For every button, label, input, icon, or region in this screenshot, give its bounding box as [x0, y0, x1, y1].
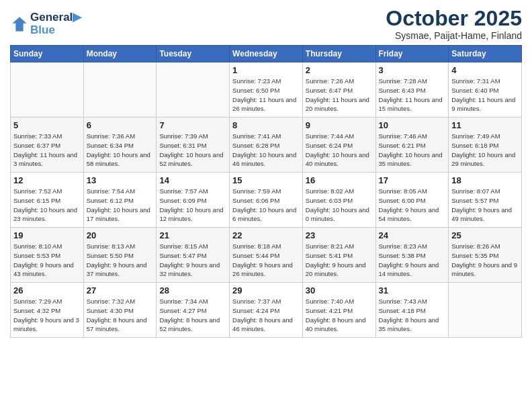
day-number: 4	[451, 65, 519, 75]
day-number: 2	[306, 65, 373, 75]
day-info: Sunrise: 7:49 AM Sunset: 6:18 PM Dayligh…	[451, 132, 519, 169]
day-info: Sunrise: 7:31 AM Sunset: 6:40 PM Dayligh…	[451, 77, 519, 113]
calendar-cell: 30Sunrise: 7:40 AM Sunset: 4:21 PM Dayli…	[302, 283, 375, 338]
calendar-cell: 8Sunrise: 7:41 AM Sunset: 6:28 PM Daylig…	[230, 118, 303, 173]
day-number: 18	[451, 175, 519, 185]
day-number: 11	[451, 120, 519, 130]
day-number: 23	[306, 230, 373, 240]
calendar-cell: 10Sunrise: 7:46 AM Sunset: 6:21 PM Dayli…	[375, 118, 449, 173]
calendar-cell: 6Sunrise: 7:36 AM Sunset: 6:34 PM Daylig…	[83, 118, 157, 173]
day-info: Sunrise: 7:33 AM Sunset: 6:37 PM Dayligh…	[13, 132, 81, 169]
calendar-cell: 31Sunrise: 7:43 AM Sunset: 4:18 PM Dayli…	[375, 283, 449, 338]
day-info: Sunrise: 8:13 AM Sunset: 5:50 PM Dayligh…	[87, 242, 154, 279]
calendar-week-row: 5Sunrise: 7:33 AM Sunset: 6:37 PM Daylig…	[11, 118, 522, 173]
day-info: Sunrise: 8:21 AM Sunset: 5:41 PM Dayligh…	[306, 242, 373, 279]
day-info: Sunrise: 7:37 AM Sunset: 4:24 PM Dayligh…	[232, 297, 300, 334]
calendar-week-row: 19Sunrise: 8:10 AM Sunset: 5:53 PM Dayli…	[11, 228, 522, 283]
day-number: 31	[379, 285, 446, 295]
day-number: 15	[232, 175, 300, 185]
day-number: 17	[379, 175, 446, 185]
day-info: Sunrise: 8:02 AM Sunset: 6:03 PM Dayligh…	[306, 187, 373, 224]
day-number: 10	[379, 120, 446, 130]
day-info: Sunrise: 7:59 AM Sunset: 6:06 PM Dayligh…	[232, 187, 300, 224]
day-info: Sunrise: 7:40 AM Sunset: 4:21 PM Dayligh…	[306, 297, 373, 334]
day-number: 7	[159, 120, 226, 130]
calendar-cell: 14Sunrise: 7:57 AM Sunset: 6:09 PM Dayli…	[157, 173, 230, 228]
weekday-header-row: SundayMondayTuesdayWednesdayThursdayFrid…	[11, 46, 522, 62]
day-number: 16	[306, 175, 373, 185]
day-info: Sunrise: 7:44 AM Sunset: 6:24 PM Dayligh…	[306, 132, 373, 169]
calendar-cell: 23Sunrise: 8:21 AM Sunset: 5:41 PM Dayli…	[302, 228, 375, 283]
day-number: 1	[232, 65, 300, 75]
calendar-cell: 12Sunrise: 7:52 AM Sunset: 6:15 PM Dayli…	[11, 173, 84, 228]
day-info: Sunrise: 7:46 AM Sunset: 6:21 PM Dayligh…	[379, 132, 446, 169]
calendar-cell: 7Sunrise: 7:39 AM Sunset: 6:31 PM Daylig…	[157, 118, 230, 173]
calendar-table: SundayMondayTuesdayWednesdayThursdayFrid…	[10, 45, 522, 338]
logo: General▶ Blue	[10, 11, 81, 36]
day-number: 25	[451, 230, 519, 240]
day-info: Sunrise: 8:26 AM Sunset: 5:35 PM Dayligh…	[451, 242, 519, 279]
day-number: 19	[13, 230, 81, 240]
calendar-cell	[83, 62, 157, 118]
day-info: Sunrise: 8:10 AM Sunset: 5:53 PM Dayligh…	[13, 242, 81, 279]
calendar-body: 1Sunrise: 7:23 AM Sunset: 6:50 PM Daylig…	[11, 62, 522, 338]
calendar-cell: 18Sunrise: 8:07 AM Sunset: 5:57 PM Dayli…	[449, 173, 522, 228]
calendar-cell: 27Sunrise: 7:32 AM Sunset: 4:30 PM Dayli…	[83, 283, 157, 338]
day-number: 28	[159, 285, 226, 295]
calendar-week-row: 1Sunrise: 7:23 AM Sunset: 6:50 PM Daylig…	[11, 62, 522, 118]
day-number: 27	[87, 285, 154, 295]
day-info: Sunrise: 7:41 AM Sunset: 6:28 PM Dayligh…	[232, 132, 300, 169]
day-number: 9	[306, 120, 373, 130]
calendar-cell: 24Sunrise: 8:23 AM Sunset: 5:38 PM Dayli…	[375, 228, 449, 283]
day-info: Sunrise: 8:18 AM Sunset: 5:44 PM Dayligh…	[232, 242, 300, 279]
calendar-cell	[11, 62, 84, 118]
day-number: 24	[379, 230, 446, 240]
day-info: Sunrise: 8:23 AM Sunset: 5:38 PM Dayligh…	[379, 242, 446, 279]
day-info: Sunrise: 7:43 AM Sunset: 4:18 PM Dayligh…	[379, 297, 446, 334]
calendar-cell: 19Sunrise: 8:10 AM Sunset: 5:53 PM Dayli…	[11, 228, 84, 283]
day-info: Sunrise: 7:32 AM Sunset: 4:30 PM Dayligh…	[87, 297, 154, 334]
day-info: Sunrise: 7:57 AM Sunset: 6:09 PM Dayligh…	[159, 187, 226, 224]
day-info: Sunrise: 7:26 AM Sunset: 6:47 PM Dayligh…	[306, 77, 373, 113]
calendar-cell: 29Sunrise: 7:37 AM Sunset: 4:24 PM Dayli…	[230, 283, 303, 338]
day-number: 30	[306, 285, 373, 295]
day-info: Sunrise: 7:52 AM Sunset: 6:15 PM Dayligh…	[13, 187, 81, 224]
calendar-cell: 4Sunrise: 7:31 AM Sunset: 6:40 PM Daylig…	[449, 62, 522, 118]
calendar-cell: 9Sunrise: 7:44 AM Sunset: 6:24 PM Daylig…	[302, 118, 375, 173]
day-info: Sunrise: 8:15 AM Sunset: 5:47 PM Dayligh…	[159, 242, 226, 279]
calendar-week-row: 12Sunrise: 7:52 AM Sunset: 6:15 PM Dayli…	[11, 173, 522, 228]
calendar-cell	[449, 283, 522, 338]
calendar-cell: 3Sunrise: 7:28 AM Sunset: 6:43 PM Daylig…	[375, 62, 449, 118]
day-number: 21	[159, 230, 226, 240]
day-number: 22	[232, 230, 300, 240]
weekday-header-cell: Monday	[83, 46, 157, 62]
day-info: Sunrise: 7:28 AM Sunset: 6:43 PM Dayligh…	[379, 77, 446, 113]
day-number: 6	[87, 120, 154, 130]
calendar-cell: 2Sunrise: 7:26 AM Sunset: 6:47 PM Daylig…	[302, 62, 375, 118]
calendar-cell: 26Sunrise: 7:29 AM Sunset: 4:32 PM Dayli…	[11, 283, 84, 338]
weekday-header-cell: Friday	[375, 46, 449, 62]
day-number: 29	[232, 285, 300, 295]
calendar-cell: 20Sunrise: 8:13 AM Sunset: 5:50 PM Dayli…	[83, 228, 157, 283]
day-number: 12	[13, 175, 81, 185]
header: General▶ Blue October 2025 Sysmae, Paija…	[10, 7, 522, 41]
day-info: Sunrise: 7:39 AM Sunset: 6:31 PM Dayligh…	[159, 132, 226, 169]
weekday-header-cell: Thursday	[302, 46, 375, 62]
calendar-cell: 25Sunrise: 8:26 AM Sunset: 5:35 PM Dayli…	[449, 228, 522, 283]
weekday-header-cell: Saturday	[449, 46, 522, 62]
logo-icon	[10, 15, 29, 34]
title-section: October 2025 Sysmae, Paijat-Hame, Finlan…	[386, 7, 522, 41]
page-container: General▶ Blue October 2025 Sysmae, Paija…	[0, 0, 532, 345]
calendar-cell: 22Sunrise: 8:18 AM Sunset: 5:44 PM Dayli…	[230, 228, 303, 283]
calendar-cell: 17Sunrise: 8:05 AM Sunset: 6:00 PM Dayli…	[375, 173, 449, 228]
day-info: Sunrise: 8:05 AM Sunset: 6:00 PM Dayligh…	[379, 187, 446, 224]
calendar-cell	[157, 62, 230, 118]
day-info: Sunrise: 7:34 AM Sunset: 4:27 PM Dayligh…	[159, 297, 226, 334]
calendar-cell: 16Sunrise: 8:02 AM Sunset: 6:03 PM Dayli…	[302, 173, 375, 228]
day-number: 8	[232, 120, 300, 130]
calendar-cell: 28Sunrise: 7:34 AM Sunset: 4:27 PM Dayli…	[157, 283, 230, 338]
day-number: 26	[13, 285, 81, 295]
day-info: Sunrise: 7:23 AM Sunset: 6:50 PM Dayligh…	[232, 77, 300, 113]
weekday-header-cell: Sunday	[11, 46, 84, 62]
calendar-cell: 1Sunrise: 7:23 AM Sunset: 6:50 PM Daylig…	[230, 62, 303, 118]
